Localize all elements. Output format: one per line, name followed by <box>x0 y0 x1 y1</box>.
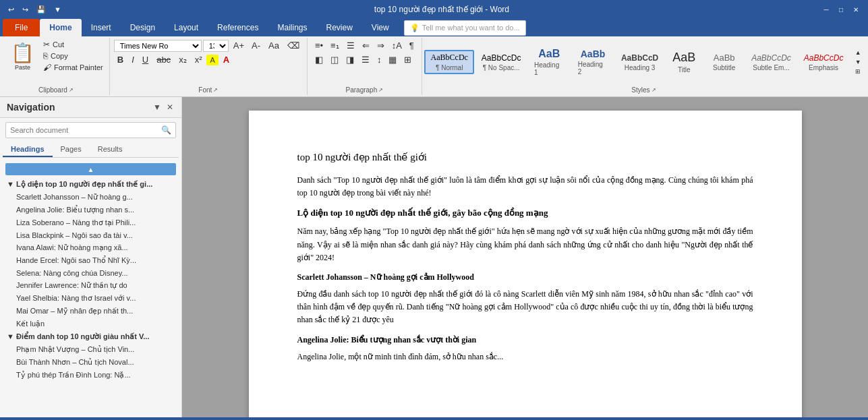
close-button[interactable]: ✕ <box>849 4 863 15</box>
search-icon[interactable]: 🔍 <box>157 123 175 138</box>
nav-item-6[interactable]: Hande Ercel: Ngôi sao Thổ Nhĩ Kỳ... <box>0 254 181 267</box>
paragraph-expander[interactable]: ↗ <box>378 87 383 93</box>
redo-button[interactable]: ↪ <box>20 4 31 16</box>
line-spacing-button[interactable]: ↕ <box>374 53 385 66</box>
nav-item-3[interactable]: Liza Soberano – Nàng thơ tại Phili... <box>0 216 181 229</box>
ribbon-tabs: File Home Insert Design Layout Reference… <box>0 19 868 36</box>
nav-item-rich1[interactable]: Phạm Nhật Vượng – Chủ tịch Vin... <box>0 343 181 356</box>
nav-item-main-heading[interactable]: ▼ Lộ diện top 10 người đẹp nhất thế gi..… <box>0 178 181 191</box>
customize-qa-button[interactable]: ▼ <box>51 4 64 15</box>
nav-tab-headings[interactable]: Headings <box>3 142 53 157</box>
document-area[interactable]: top 10 người đẹp nhất thế giới Danh sách… <box>182 97 868 417</box>
clear-formatting-button[interactable]: ⌫ <box>284 39 303 52</box>
nav-title: Navigation <box>7 102 55 113</box>
minimize-button[interactable]: ─ <box>819 4 833 15</box>
undo-button[interactable]: ↩ <box>5 4 17 16</box>
paste-label: Paste <box>15 64 30 71</box>
style-subtitle-label: Subtitle <box>713 64 735 71</box>
style-heading3[interactable]: AaBbCcD Heading 3 <box>615 51 664 73</box>
italic-button[interactable]: I <box>128 53 138 66</box>
style-subtle-em[interactable]: AaBbCcDc Subtle Em... <box>746 51 797 73</box>
save-button[interactable]: 💾 <box>34 4 49 16</box>
nav-close-button[interactable]: ✕ <box>165 101 175 113</box>
font-name-select[interactable]: Times New Ro <box>114 40 202 52</box>
justify-button[interactable]: ☰ <box>358 53 373 66</box>
tab-file[interactable]: File <box>3 19 40 36</box>
font-size-select[interactable]: 13 <box>203 40 229 52</box>
nav-item-1[interactable]: Scarlett Johansson – Nữ hoàng g... <box>0 191 181 204</box>
nav-item-rich2[interactable]: Bùi Thành Nhơn – Chủ tịch Noval... <box>0 356 181 369</box>
styles-expander[interactable]: ↗ <box>652 87 656 93</box>
strikethrough-button[interactable]: abc <box>153 53 174 66</box>
paste-area: 📋 Paste ✂ Cut ⎘ Copy 🖌 <box>7 39 105 73</box>
shrink-font-button[interactable]: A- <box>248 39 264 52</box>
bullets-button[interactable]: ≡• <box>312 39 326 52</box>
format-painter-button[interactable]: 🖌 Format Painter <box>41 62 105 73</box>
style-h1-preview: AaB <box>538 48 560 60</box>
tab-insert[interactable]: Insert <box>82 19 121 36</box>
change-case-button[interactable]: Aa <box>265 39 283 52</box>
paste-button[interactable]: 📋 Paste <box>7 40 38 72</box>
style-title-label: Title <box>678 66 691 73</box>
styles-scroll-up[interactable]: ▲ <box>853 49 863 57</box>
nav-item-rich3[interactable]: Tỷ phú thép Trần Đình Long: Nặ... <box>0 369 181 382</box>
search-input[interactable] <box>6 123 157 137</box>
nav-item-9[interactable]: Yael Shelbia: Nàng thơ Israel với v... <box>0 292 181 305</box>
decrease-indent-button[interactable]: ⇐ <box>359 39 373 52</box>
clipboard-expander[interactable]: ↗ <box>69 87 74 93</box>
nav-item-heading2[interactable]: ▼ Điểm danh top 10 người giàu nhất V... <box>0 330 181 343</box>
cut-button[interactable]: ✂ Cut <box>41 39 105 50</box>
nav-item-8[interactable]: Jennifer Lawrence: Nữ thần tự do <box>0 279 181 292</box>
superscript-button[interactable]: x² <box>192 53 206 66</box>
style-subtitle[interactable]: AaBb Subtitle <box>704 51 745 73</box>
tell-me-bar[interactable]: 💡 Tell me what you want to do... <box>404 20 526 36</box>
copy-button[interactable]: ⎘ Copy <box>41 51 105 61</box>
nav-item-10[interactable]: Mai Omar – Mỹ nhân đẹp nhất th... <box>0 305 181 318</box>
nav-tab-results[interactable]: Results <box>90 142 131 157</box>
nav-menu-button[interactable]: ▼ <box>152 101 163 113</box>
style-heading1[interactable]: AaB Heading 1 <box>528 46 571 78</box>
style-heading2[interactable]: AaBb Heading 2 <box>572 47 614 78</box>
highlight-button[interactable]: A <box>206 55 218 65</box>
nav-item-conclusion[interactable]: Kết luận <box>0 318 181 330</box>
tab-references[interactable]: References <box>208 19 268 36</box>
style-title[interactable]: AaB Title <box>666 49 703 76</box>
align-left-button[interactable]: ◧ <box>312 53 326 66</box>
nav-item-5[interactable]: Ivana Alawi: Nữ hoàng mạng xã... <box>0 241 181 254</box>
font-color-button[interactable]: A <box>220 53 233 66</box>
increase-indent-button[interactable]: ⇒ <box>374 39 388 52</box>
numbering-button[interactable]: ≡₁ <box>327 39 343 52</box>
format-painter-label: Format Painter <box>54 63 103 71</box>
tab-view[interactable]: View <box>362 19 399 36</box>
tab-design[interactable]: Design <box>121 19 165 36</box>
tab-home[interactable]: Home <box>40 19 81 36</box>
styles-more[interactable]: ⊞ <box>853 67 863 76</box>
doc-subheading-1: Scarlett Johansson – Nữ hoàng gợi cảm Ho… <box>297 272 753 282</box>
style-no-spacing[interactable]: AaBbCcDc ¶ No Spac... <box>475 51 527 73</box>
grow-font-button[interactable]: A+ <box>230 39 248 52</box>
font-expander[interactable]: ↗ <box>213 87 218 93</box>
nav-item-2[interactable]: Angelina Jolie: Biểu tượng nhan s... <box>0 204 181 216</box>
sort-button[interactable]: ↕A <box>388 39 405 52</box>
tab-review[interactable]: Review <box>316 19 361 36</box>
nav-tab-pages[interactable]: Pages <box>53 142 90 157</box>
show-formatting-button[interactable]: ¶ <box>406 39 417 52</box>
maximize-button[interactable]: □ <box>834 4 848 15</box>
nav-item-4[interactable]: Lisa Blackpink – Ngôi sao đa tài v... <box>0 229 181 241</box>
style-emphasis[interactable]: AaBbCcDc Emphasis <box>798 51 849 73</box>
styles-scroll-down[interactable]: ▼ <box>853 58 863 66</box>
subscript-button[interactable]: x₂ <box>175 53 190 66</box>
underline-button[interactable]: U <box>139 53 152 66</box>
tab-mailings[interactable]: Mailings <box>268 19 316 36</box>
doc-para-2: Năm nay, bảng xếp hạng "Top 10 người đẹp… <box>297 225 753 264</box>
nav-item-7[interactable]: Selena: Nàng công chúa Disney... <box>0 267 181 279</box>
multilevel-button[interactable]: ☰ <box>343 39 358 52</box>
align-right-button[interactable]: ◨ <box>343 53 357 66</box>
bold-button[interactable]: B <box>114 53 127 66</box>
style-normal[interactable]: AaBbCcDc ¶ Normal <box>424 50 474 74</box>
align-center-button[interactable]: ◫ <box>327 53 342 66</box>
scroll-up-icon: ▲ <box>88 166 94 173</box>
tab-layout[interactable]: Layout <box>165 19 208 36</box>
shading-button[interactable]: ▦ <box>385 53 400 66</box>
borders-button[interactable]: ⊞ <box>401 53 415 66</box>
